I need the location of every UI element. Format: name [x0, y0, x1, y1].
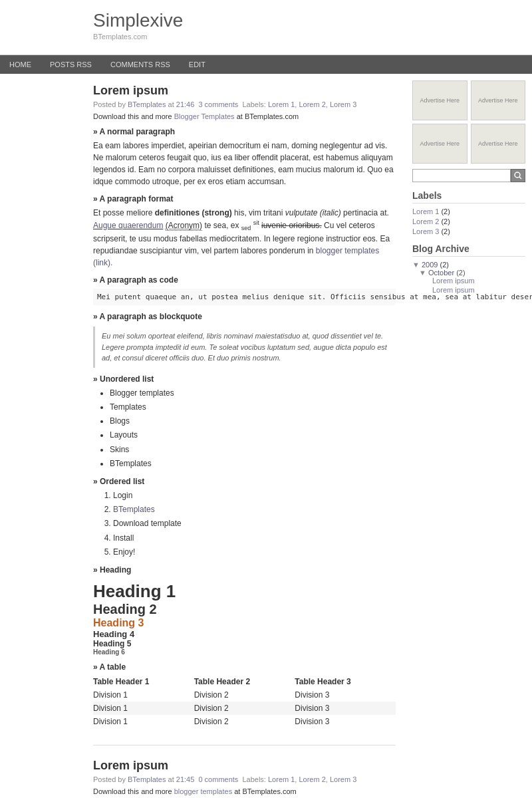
list-item: Templates — [110, 401, 396, 414]
post-2-title: Lorem ipsum — [93, 759, 396, 773]
section-code-heading: » A paragraph as code — [93, 275, 396, 285]
post-1-meta: Posted by BTemplates at 21:46 3 comments… — [93, 100, 396, 108]
list-item: Blogs — [110, 415, 396, 428]
post-1-label-1[interactable]: Lorem 1 — [268, 100, 295, 108]
table-row: Division 1 Division 2 Division 3 — [93, 688, 396, 702]
archive-title: Blog Archive — [412, 243, 525, 257]
search-icon — [514, 172, 522, 180]
table-cell: Division 3 — [295, 702, 396, 715]
post-2-meta: Posted by BTemplates at 21:45 0 comments… — [93, 775, 396, 783]
table-cell: Division 1 — [93, 715, 194, 728]
post-2-label-2[interactable]: Lorem 2 — [299, 775, 325, 783]
table-cell: Division 2 — [194, 715, 295, 728]
post-1-download: Download this and more Blogger Templates… — [93, 112, 396, 120]
archive-month-link[interactable]: October — [428, 269, 454, 277]
label-item: Lorem 1 (2) — [412, 207, 525, 215]
search-box — [412, 169, 525, 182]
post-1-label-3[interactable]: Lorem 3 — [330, 100, 356, 108]
heading-4: Heading 4 — [93, 629, 396, 639]
post-2-author[interactable]: BTemplates — [128, 775, 166, 783]
list-item: BTemplates — [113, 503, 396, 516]
archive-post-link-2[interactable]: Lorem ipsum — [419, 286, 525, 294]
heading-1: Heading 1 — [93, 581, 396, 602]
archive-year-link[interactable]: 2009 — [422, 261, 438, 269]
post-1-download-link[interactable]: Blogger Templates — [174, 112, 235, 120]
nav-home[interactable]: HOME — [0, 55, 41, 74]
post-2-download-link[interactable]: blogger templates — [174, 787, 232, 795]
list-item: Lorem ipsum — [419, 286, 525, 294]
table-cell: Division 2 — [194, 688, 295, 702]
table-header-2: Table Header 2 — [194, 675, 295, 688]
label-count-1: (2) — [441, 207, 450, 215]
post-2: Lorem ipsum Posted by BTemplates at 21:4… — [93, 759, 396, 798]
post-1-label-2[interactable]: Lorem 2 — [299, 100, 325, 108]
label-item: Lorem 3 (2) — [412, 227, 525, 235]
ordered-list: Login BTemplates Download template Insta… — [113, 489, 396, 559]
label-link-3[interactable]: Lorem 3 — [412, 227, 439, 235]
archive-month-count: (2) — [456, 269, 465, 277]
ad-grid: Advertise Here Advertise Here Advertise … — [412, 80, 525, 164]
triangle-down-icon: ▼ — [412, 261, 420, 269]
table-header-1: Table Header 1 — [93, 675, 194, 688]
augue-link[interactable]: Augue quaerendum — [93, 221, 163, 230]
section-ol-heading: » Ordered list — [93, 477, 396, 486]
label-count-2: (2) — [441, 217, 450, 225]
post-2-label-3[interactable]: Lorem 3 — [330, 775, 356, 783]
list-item: Login — [113, 489, 396, 502]
ad-box-2: Advertise Here — [471, 80, 526, 120]
archive-list: ▼ 2009 (2) ▼ October (2) Lorem ipsum — [412, 261, 525, 294]
list-item: BTemplates — [110, 458, 396, 470]
nav-comments-rss[interactable]: COMMENTS RSS — [101, 55, 180, 74]
label-link-1[interactable]: Lorem 1 — [412, 207, 439, 215]
section-normal-para-heading: » A normal paragraph — [93, 127, 396, 136]
table-cell: Division 1 — [93, 688, 194, 702]
post-1-time[interactable]: 21:46 — [176, 100, 195, 108]
post-2-comments[interactable]: 0 comments — [198, 775, 238, 783]
ad-box-4: Advertise Here — [471, 124, 526, 164]
section-heading-label: » Heading — [93, 565, 396, 575]
archive-posts: Lorem ipsum Lorem ipsum — [419, 277, 525, 294]
label-link-2[interactable]: Lorem 2 — [412, 217, 439, 225]
list-item: Install — [113, 532, 396, 545]
svg-line-1 — [519, 177, 521, 179]
heading-3: Heading 3 — [93, 617, 396, 629]
post-1: Lorem ipsum Posted by BTemplates at 21:4… — [93, 84, 396, 746]
list-item: Download template — [113, 517, 396, 530]
section-normal-para-text: Ea eam labores imperdiet, apeirian democ… — [93, 140, 396, 188]
search-input[interactable] — [412, 169, 511, 182]
list-item: Enjoy! — [113, 546, 396, 559]
label-item: Lorem 2 (2) — [412, 217, 525, 225]
post-1-author[interactable]: BTemplates — [128, 100, 166, 108]
list-item: Lorem ipsum — [419, 277, 525, 285]
section-table-heading: » A table — [93, 662, 396, 672]
section-ul-heading: » Unordered list — [93, 374, 396, 384]
list-item: Blogger templates — [110, 387, 396, 400]
post-2-download: Download this and more blogger templates… — [93, 787, 396, 795]
content-table: Table Header 1 Table Header 2 Table Head… — [93, 675, 396, 728]
archive-post-link-1[interactable]: Lorem ipsum — [419, 277, 525, 285]
search-button[interactable] — [511, 169, 525, 182]
section-format-heading: » A paragraph format — [93, 194, 396, 203]
blogger-templates-link[interactable]: blogger templates (link). — [93, 246, 379, 267]
post-2-time[interactable]: 21:45 — [176, 775, 195, 783]
btemplates-ol-link[interactable]: BTemplates — [113, 505, 155, 514]
post-2-label-1[interactable]: Lorem 1 — [268, 775, 295, 783]
table-cell: Division 2 — [194, 702, 295, 715]
list-item: Layouts — [110, 429, 396, 442]
main-nav: HOME POSTS RSS COMMENTS RSS EDIT — [0, 55, 532, 74]
unordered-list: Blogger templates Templates Blogs Layout… — [110, 387, 396, 470]
post-1-comments[interactable]: 3 comments — [198, 100, 238, 108]
archive-year-item: ▼ 2009 (2) ▼ October (2) Lorem ipsum — [412, 261, 525, 294]
headings-showcase: Heading 1 Heading 2 Heading 3 Heading 4 … — [93, 581, 396, 656]
triangle-down-icon-month: ▼ — [419, 269, 426, 277]
sidebar: Advertise Here Advertise Here Advertise … — [406, 74, 532, 799]
main-content: Lorem ipsum Posted by BTemplates at 21:4… — [0, 74, 406, 799]
table-row: Division 1 Division 2 Division 3 — [93, 715, 396, 728]
table-cell: Division 1 — [93, 702, 194, 715]
archive-month-item: ▼ October (2) Lorem ipsum Lorem ipsum — [412, 269, 525, 294]
nav-posts-rss[interactable]: POSTS RSS — [41, 55, 101, 74]
section-format-text: Et posse meliore definitiones (strong) h… — [93, 207, 396, 269]
post-1-title: Lorem ipsum — [93, 84, 396, 98]
section-code-text: Mei putent quaeque an, ut postea melius … — [93, 289, 396, 305]
nav-edit[interactable]: EDIT — [180, 55, 215, 74]
